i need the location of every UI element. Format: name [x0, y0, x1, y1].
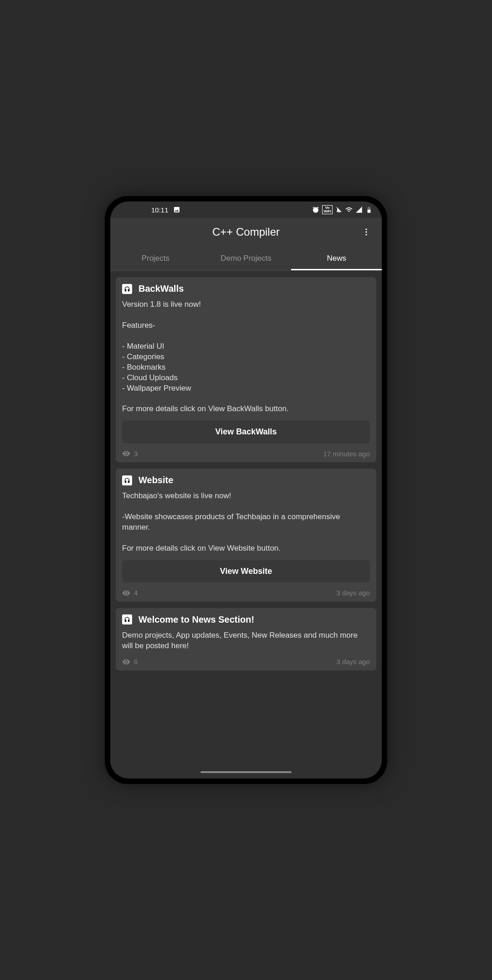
time-ago: 3 days ago	[337, 658, 370, 665]
speaker-icon	[122, 284, 132, 294]
status-left: 10:11	[151, 206, 180, 214]
overflow-menu-button[interactable]	[358, 224, 374, 240]
tab-news[interactable]: News	[291, 246, 382, 270]
screen: 10:11 VoWiFi C++ Compiler Projects Demo …	[110, 201, 382, 779]
status-time: 10:11	[151, 206, 169, 214]
time-ago: 3 days ago	[337, 589, 370, 597]
svg-point-0	[365, 229, 367, 230]
card-body: Version 1.8 is live now! Features- - Mat…	[122, 299, 370, 414]
view-website-button[interactable]: View Website	[122, 560, 370, 583]
views-count: 4	[122, 589, 138, 597]
card-body: Techbajao's website is live now! -Websit…	[122, 491, 370, 554]
card-header: Welcome to News Section!	[122, 614, 370, 625]
tab-bar: Projects Demo Projects News	[110, 246, 382, 271]
more-vert-icon	[362, 227, 371, 237]
card-title: BackWalls	[138, 284, 184, 294]
notifications-off-icon	[335, 206, 343, 213]
card-footer: 6 3 days ago	[122, 658, 370, 666]
news-card: Welcome to News Section! Demo projects, …	[116, 608, 376, 671]
status-bar: 10:11 VoWiFi	[110, 201, 382, 218]
card-title: Website	[138, 475, 173, 485]
svg-point-2	[365, 234, 367, 235]
card-footer: 4 3 days ago	[122, 589, 370, 597]
card-header: Website	[122, 475, 370, 485]
battery-icon	[365, 206, 373, 213]
eye-icon	[122, 589, 130, 597]
views-value: 6	[134, 658, 138, 665]
tab-demo-projects[interactable]: Demo Projects	[201, 246, 292, 270]
card-header: BackWalls	[122, 284, 370, 294]
news-card: BackWalls Version 1.8 is live now! Featu…	[116, 277, 376, 462]
views-count: 6	[122, 658, 138, 666]
speaker-icon	[122, 475, 132, 485]
wifi-icon	[345, 206, 353, 213]
card-body: Demo projects, App updates, Events, New …	[122, 630, 370, 651]
signal-icon	[355, 206, 363, 213]
card-footer: 3 17 minutes ago	[122, 449, 370, 458]
news-list[interactable]: BackWalls Version 1.8 is live now! Featu…	[110, 271, 382, 766]
nav-handle[interactable]	[200, 771, 292, 773]
views-value: 4	[134, 589, 138, 597]
card-title: Welcome to News Section!	[138, 614, 254, 625]
eye-icon	[122, 449, 130, 458]
svg-point-1	[365, 231, 367, 232]
eye-icon	[122, 658, 130, 666]
view-backwalls-button[interactable]: View BackWalls	[122, 421, 370, 443]
alarm-icon	[312, 206, 319, 213]
phone-frame: 10:11 VoWiFi C++ Compiler Projects Demo …	[105, 196, 387, 784]
views-count: 3	[122, 449, 138, 458]
picture-icon	[173, 206, 180, 213]
time-ago: 17 minutes ago	[323, 450, 370, 458]
tab-projects[interactable]: Projects	[110, 246, 201, 270]
app-title: C++ Compiler	[212, 226, 280, 238]
speaker-icon	[122, 614, 132, 624]
views-value: 3	[134, 450, 138, 458]
navigation-bar	[110, 766, 382, 779]
status-right: VoWiFi	[312, 205, 373, 214]
vowifi-icon: VoWiFi	[322, 205, 333, 214]
news-card: Website Techbajao's website is live now!…	[116, 469, 376, 602]
app-bar: C++ Compiler	[110, 218, 382, 246]
